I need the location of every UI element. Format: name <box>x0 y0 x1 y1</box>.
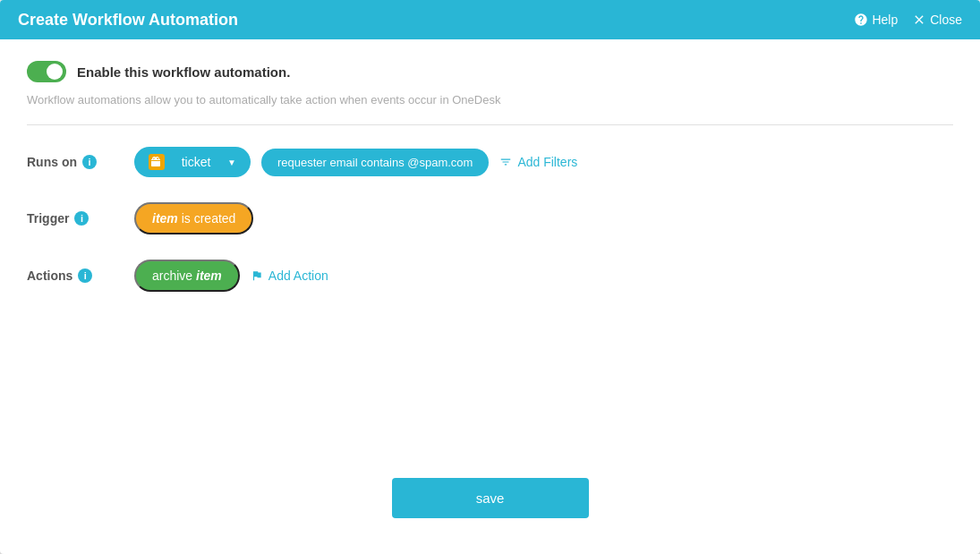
close-button[interactable]: Close <box>912 13 962 27</box>
add-action-button[interactable]: Add Action <box>251 268 328 283</box>
actions-info-icon[interactable]: i <box>78 268 92 283</box>
toggle-row: Enable this workflow automation. <box>27 61 953 82</box>
action-item-text: item <box>196 268 222 283</box>
footer: save <box>27 464 953 533</box>
runs-on-info-icon[interactable]: i <box>82 155 97 169</box>
modal-create-workflow: Create Workflow Automation Help Close En… <box>0 0 980 554</box>
filter-pill[interactable]: requester email contains @spam.com <box>261 149 489 176</box>
close-icon <box>912 13 926 27</box>
divider <box>27 124 953 125</box>
actions-controls: archive item Add Action <box>134 260 328 292</box>
help-button[interactable]: Help <box>854 13 898 27</box>
trigger-info-icon[interactable]: i <box>74 211 89 226</box>
trigger-suffix: is created <box>182 211 236 226</box>
toggle-track[interactable] <box>27 61 66 82</box>
trigger-pill[interactable]: item is created <box>134 202 253 234</box>
chevron-down-icon: ▼ <box>227 158 236 167</box>
runs-on-label: Runs on i <box>27 155 134 169</box>
add-filters-button[interactable]: Add Filters <box>499 155 577 169</box>
toggle-label: Enable this workflow automation. <box>77 64 290 80</box>
actions-row: Actions i archive item Add Action <box>27 260 953 292</box>
trigger-label: Trigger i <box>27 211 134 226</box>
header-actions: Help Close <box>854 13 962 27</box>
help-label: Help <box>872 13 898 27</box>
trigger-controls: item is created <box>134 202 253 234</box>
close-label: Close <box>930 13 962 27</box>
flag-icon <box>251 269 263 282</box>
help-icon <box>854 13 868 27</box>
actions-label: Actions i <box>27 268 134 283</box>
action-prefix: archive <box>152 268 192 283</box>
ticket-label: ticket <box>172 155 220 169</box>
filter-icon <box>499 156 512 168</box>
modal-title: Create Workflow Automation <box>18 11 238 30</box>
modal-body: Enable this workflow automation. Workflo… <box>0 39 980 554</box>
ticket-dropdown[interactable]: ticket ▼ <box>134 147 251 177</box>
ticket-icon <box>149 154 165 170</box>
trigger-item-text: item <box>152 211 178 226</box>
save-button[interactable]: save <box>392 478 589 518</box>
runs-on-controls: ticket ▼ requester email contains @spam.… <box>134 147 577 177</box>
workflow-description: Workflow automations allow you to automa… <box>27 93 953 107</box>
workflow-toggle[interactable] <box>27 61 66 82</box>
trigger-row: Trigger i item is created <box>27 202 953 234</box>
runs-on-row: Runs on i ticket ▼ requester email conta… <box>27 147 953 177</box>
toggle-thumb <box>47 64 63 80</box>
action-pill[interactable]: archive item <box>134 260 240 292</box>
modal-header: Create Workflow Automation Help Close <box>0 0 980 39</box>
